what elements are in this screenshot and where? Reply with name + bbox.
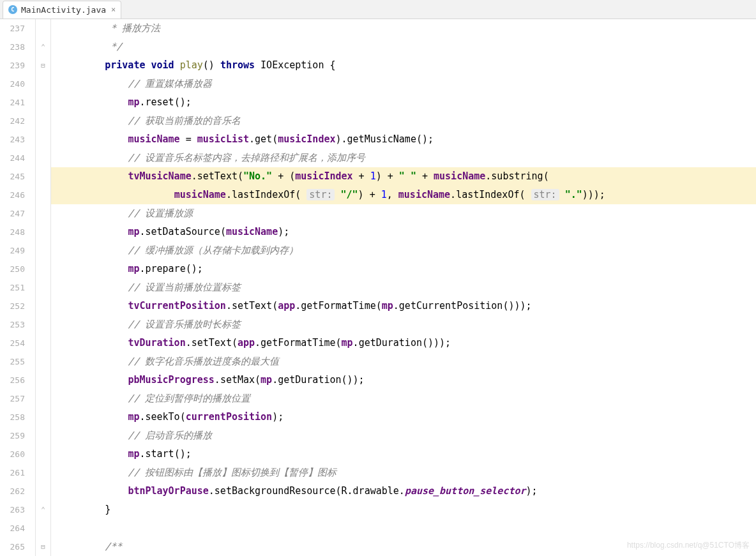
line-number: 243 [0,130,25,149]
line-number: 239 [0,56,25,75]
fold-marker-icon[interactable]: ⌃ [36,500,50,519]
code-line: // 设置音乐播放时长标签 [51,315,756,334]
line-number: 260 [0,445,25,463]
line-number: 246 [0,186,25,204]
code-line: tvCurrentPosition.setText(app.getFormatT… [51,297,756,315]
fold-marker-icon[interactable]: ⊟ [36,537,50,556]
code-line: * 播放方法 [51,19,756,38]
line-number: 253 [0,315,25,334]
code-line: // 缓冲播放源（从存储卡加载到内存） [51,241,756,260]
fold-gutter: ⌃ ⊟ ⌃ ⊟ [36,19,51,556]
code-line: // 按钮图标由【播放】图标切换到【暂停】图标 [51,463,756,482]
code-line: mp.reset(); [51,93,756,112]
code-line: pbMusicProgress.setMax(mp.getDuration())… [51,371,756,389]
line-number: 256 [0,371,25,389]
code-line: // 设置播放源 [51,204,756,223]
line-number: 261 [0,463,25,482]
line-number: 240 [0,75,25,93]
line-number: 264 [0,519,25,537]
code-line: mp.setDataSource(musicName); [51,223,756,241]
code-line: btnPlayOrPause.setBackgroundResource(R.d… [51,482,756,500]
line-number: 248 [0,223,25,241]
code-editor[interactable]: * 播放方法 */ private void play() throws IOE… [51,19,756,556]
line-number: 258 [0,408,25,426]
code-line: // 数字化音乐播放进度条的最大值 [51,352,756,371]
line-number: 249 [0,241,25,260]
code-line: // 设置当前播放位置标签 [51,278,756,297]
code-line: mp.seekTo(currentPosition); [51,408,756,426]
line-number: 238 [0,38,25,56]
code-line: mp.start(); [51,445,756,463]
code-line: private void play() throws IOException { [51,56,756,75]
code-line: } [51,500,756,519]
line-number: 241 [0,93,25,112]
code-line: // 启动音乐的播放 [51,426,756,445]
code-line: // 重置媒体播放器 [51,75,756,93]
line-number: 254 [0,334,25,352]
line-number: 265 [0,537,25,556]
editor: 237 238 239 240 241 242 243 244 245 246 … [0,19,756,556]
line-number: 242 [0,112,25,130]
line-number: 245 [0,167,25,186]
code-line: musicName.lastIndexOf( str: "/") + 1, mu… [51,186,756,204]
tab-label: MainActivity.java [21,5,106,15]
line-number-gutter: 237 238 239 240 241 242 243 244 245 246 … [0,19,36,556]
code-line: */ [51,38,756,56]
code-line: // 设置音乐名标签内容，去掉路径和扩展名，添加序号 [51,149,756,167]
java-class-icon: C [8,5,17,14]
line-number: 262 [0,482,25,500]
line-number: 252 [0,297,25,315]
line-number: 244 [0,149,25,167]
line-number: 259 [0,426,25,445]
code-line: tvDuration.setText(app.getFormatTime(mp.… [51,334,756,352]
fold-marker-icon[interactable]: ⌃ [36,38,50,56]
line-number: 250 [0,260,25,278]
code-line: // 定位到暂停时的播放位置 [51,389,756,408]
line-number: 255 [0,352,25,371]
code-line: // 获取当前播放的音乐名 [51,112,756,130]
watermark: https://blog.csdn.net/q@51CTO博客 [627,540,750,551]
code-line: mp.prepare(); [51,260,756,278]
fold-marker-icon[interactable]: ⊟ [36,56,50,75]
code-line: musicName = musicList.get(musicIndex).ge… [51,130,756,149]
close-icon[interactable]: × [111,5,116,14]
code-line: tvMusicName.setText("No." + (musicIndex … [51,167,756,186]
line-number: 251 [0,278,25,297]
line-number: 263 [0,500,25,519]
tab-bar: C MainActivity.java × [0,0,756,19]
line-number: 257 [0,389,25,408]
code-line [51,519,756,537]
line-number: 237 [0,19,25,38]
file-tab[interactable]: C MainActivity.java × [3,1,121,19]
line-number: 247 [0,204,25,223]
